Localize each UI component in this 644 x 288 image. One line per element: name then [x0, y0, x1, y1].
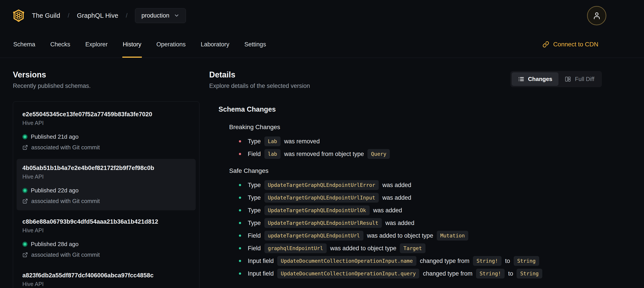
schema-changes-title: Schema Changes [218, 105, 602, 113]
change-description: Input fieldUpdateDocumentCollectionOpera… [248, 256, 539, 266]
changes-view-label: Changes [528, 76, 552, 83]
version-hash: 4b05ab51b1b4a7e2e4b0ef82172f2b9f7ef98c0b [22, 165, 190, 171]
change-text: Field [248, 245, 261, 252]
git-commit-link[interactable]: associated with Git commit [22, 251, 190, 258]
target-selector-dropdown[interactable]: production [135, 8, 186, 23]
breadcrumb-project[interactable]: GraphQL Hive [77, 12, 118, 19]
change-description: TypeLabwas removed [248, 136, 320, 146]
external-link-icon [22, 145, 28, 150]
change-text: Type [248, 207, 261, 214]
schema-entity-badge: UpdateTargetGraphQLEndpointUrlResult [264, 218, 382, 228]
breadcrumb-separator: / [68, 12, 70, 19]
safe-changes-title: Safe Changes [229, 167, 602, 174]
breadcrumb-separator: / [126, 12, 128, 19]
version-list-item[interactable]: c8b6e88a06793b9c4dfd54aaa21b36a1b421d812… [16, 213, 196, 264]
change-bullet-icon [239, 260, 241, 262]
user-avatar-button[interactable] [587, 6, 606, 25]
change-text: was removed [284, 138, 320, 145]
version-hash: e2e55045345ce13fe07f52a77459b83fa3fe7020 [22, 111, 190, 118]
git-commit-link[interactable]: associated with Git commit [22, 144, 190, 151]
version-list-item[interactable]: a823f6db2a55df877dcf406006abca97fcc4858c… [16, 266, 196, 288]
change-text: Input field [248, 270, 274, 277]
change-text: was removed from object type [284, 151, 364, 158]
change-text: Type [248, 182, 261, 189]
change-bullet-icon [239, 209, 241, 211]
change-description: FieldgraphqlEndpointUrlwas added to obje… [248, 243, 426, 253]
version-published-label: Published 21d ago [31, 133, 78, 140]
schema-change-row: TypeLabwas removed [239, 136, 602, 146]
change-description: TypeUpdateTargetGraphQLEndpointUrlOkwas … [248, 205, 402, 215]
change-text: Type [248, 220, 261, 226]
main-content: Versions Recently published schemas. e2e… [0, 58, 644, 288]
schema-changes-section: Schema Changes Breaking Changes TypeLabw… [209, 105, 602, 278]
version-status-row: Published 22d ago [22, 187, 190, 194]
schema-change-row: TypeUpdateTargetGraphQLEndpointUrlOkwas … [239, 205, 602, 215]
breadcrumb: The Guild / GraphQL Hive / production [13, 8, 186, 23]
change-text: Field [248, 151, 261, 158]
nav-tabs: Schema Checks Explorer History Operation… [13, 31, 266, 58]
list-icon [518, 76, 524, 82]
schema-entity-badge: UpdateDocumentCollectionOperationInput.q… [277, 269, 419, 278]
target-nav: Schema Checks Explorer History Operation… [0, 31, 644, 58]
tab-settings[interactable]: Settings [244, 31, 266, 58]
link-icon [542, 41, 549, 48]
change-bullet-icon [239, 153, 241, 155]
git-commit-link[interactable]: associated with Git commit [22, 198, 190, 205]
schema-change-row: TypeUpdateTargetGraphQLEndpointUrlErrorw… [239, 180, 602, 190]
change-text: Type [248, 194, 261, 201]
details-header: Details Explore details of the selected … [209, 70, 602, 89]
change-text: was added to object type [330, 245, 396, 252]
diff-view-toggle: Changes Full Diff [510, 71, 602, 87]
changes-view-button[interactable]: Changes [512, 72, 559, 86]
tab-explorer[interactable]: Explorer [85, 31, 108, 58]
version-hash: c8b6e88a06793b9c4dfd54aaa21b36a1b421d812 [22, 218, 190, 225]
chevron-down-icon [174, 13, 180, 19]
schema-entity-badge: UpdateTargetGraphQLEndpointUrlError [264, 180, 379, 190]
tab-operations[interactable]: Operations [156, 31, 186, 58]
breadcrumb-org[interactable]: The Guild [32, 12, 60, 19]
full-diff-view-button[interactable]: Full Diff [558, 72, 600, 86]
version-service: Hive API [22, 120, 190, 126]
published-status-dot [22, 242, 28, 247]
tab-history[interactable]: History [122, 31, 142, 58]
schema-change-row: TypeUpdateTargetGraphQLEndpointUrlResult… [239, 218, 602, 228]
change-text: Input field [248, 258, 274, 264]
external-link-icon [22, 198, 28, 204]
version-status-row: Published 28d ago [22, 241, 190, 248]
change-description: Fieldlabwas removed from object typeQuer… [248, 149, 390, 159]
schema-change-row: TypeUpdateTargetGraphQLEndpointUrlInputw… [239, 193, 602, 203]
change-text: Type [248, 138, 261, 145]
safe-changes-list: TypeUpdateTargetGraphQLEndpointUrlErrorw… [218, 180, 602, 278]
hive-logo-icon[interactable] [13, 9, 24, 22]
git-commit-label: associated with Git commit [31, 144, 100, 151]
full-diff-view-label: Full Diff [575, 76, 594, 83]
app-header: The Guild / GraphQL Hive / production [0, 0, 644, 31]
user-icon [592, 11, 601, 20]
change-text: was added [382, 182, 411, 189]
published-status-dot [22, 134, 28, 139]
schema-change-row: Fieldlabwas removed from object typeQuer… [239, 149, 602, 159]
columns-icon [565, 76, 571, 82]
change-bullet-icon [239, 272, 241, 275]
version-list-item[interactable]: e2e55045345ce13fe07f52a77459b83fa3fe7020… [16, 105, 196, 157]
version-published-label: Published 28d ago [31, 241, 78, 248]
target-selector-value: production [142, 12, 169, 19]
tab-laboratory[interactable]: Laboratory [200, 31, 230, 58]
version-list-item[interactable]: 4b05ab51b1b4a7e2e4b0ef82172f2b9f7ef98c0b… [16, 159, 196, 210]
schema-change-row: Input fieldUpdateDocumentCollectionOpera… [239, 256, 602, 266]
tab-schema[interactable]: Schema [13, 31, 36, 58]
change-description: FieldupdateTargetGraphQLEndpointUrlwas a… [248, 231, 468, 240]
schema-entity-badge: String [516, 269, 542, 278]
schema-entity-badge: UpdateTargetGraphQLEndpointUrlOk [264, 205, 370, 215]
change-text: was added [373, 207, 402, 214]
schema-entity-badge: Lab [264, 136, 281, 146]
breaking-changes-title: Breaking Changes [229, 124, 602, 131]
schema-entity-badge: UpdateTargetGraphQLEndpointUrlInput [264, 193, 379, 203]
version-service: Hive API [22, 173, 190, 180]
change-description: Input fieldUpdateDocumentCollectionOpera… [248, 269, 542, 278]
details-subtitle: Explore details of the selected version [209, 83, 310, 89]
schema-entity-badge: updateTargetGraphQLEndpointUrl [264, 231, 364, 240]
connect-to-cdn-button[interactable]: Connect to CDN [542, 31, 598, 58]
tab-checks[interactable]: Checks [50, 31, 71, 58]
change-text: changed type from [420, 258, 470, 264]
